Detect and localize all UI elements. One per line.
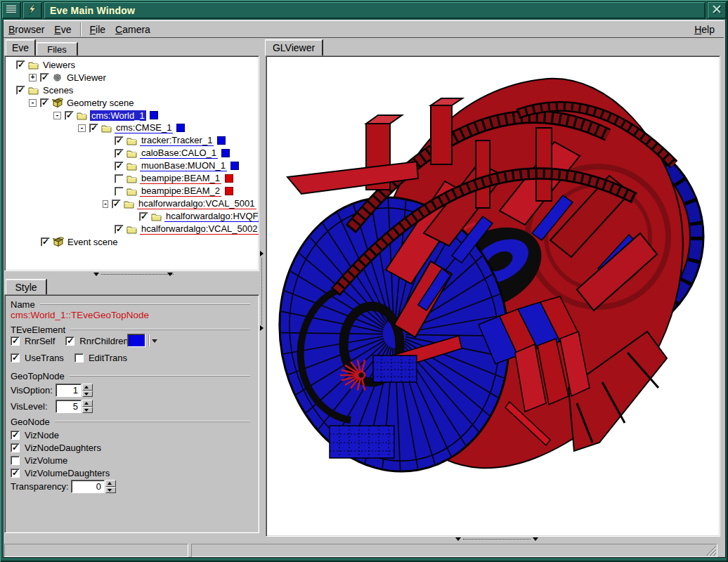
expander-minus[interactable]: - [103, 200, 108, 208]
titlebar-strip[interactable]: Eve Main Window [44, 1, 706, 19]
color-swatch[interactable] [225, 174, 233, 183]
checkbox[interactable] [11, 443, 20, 452]
color-swatch[interactable] [176, 124, 185, 132]
checkbox[interactable] [16, 86, 25, 95]
color-swatch[interactable] [221, 149, 230, 157]
menu-eve[interactable]: Eve [49, 22, 76, 37]
resize-grip[interactable] [704, 545, 717, 556]
tree-item-label[interactable]: tracker:Tracker_1 [140, 135, 214, 146]
menu-camera[interactable]: Camera [110, 22, 155, 37]
vislevel-row: VisLevel: 5 [11, 400, 93, 413]
tree-item-label[interactable]: beampipe:BEAM_1 [140, 173, 221, 184]
spin-up-icon[interactable] [105, 480, 116, 487]
checkbox[interactable] [41, 237, 50, 247]
spin-down-icon[interactable] [105, 487, 116, 494]
tree-item-label[interactable]: hcalforwardalgo:VCAL_5002 [140, 223, 259, 235]
expander-minus[interactable]: - [29, 99, 37, 107]
tree-item-calobase-calo-1[interactable]: caloBase:CALO_1 [5, 147, 259, 159]
tree-item-beampipe-beam-2[interactable]: beampipe:BEAM_2 [5, 185, 259, 197]
checkbox[interactable] [65, 111, 74, 120]
menu-browser[interactable]: Browser [4, 22, 49, 37]
menu-file[interactable]: File [85, 22, 111, 37]
menu-help[interactable]: Help [689, 22, 720, 37]
tree-item-label[interactable]: caloBase:CALO_1 [140, 148, 218, 159]
tree-item-label[interactable]: Viewers [41, 60, 77, 70]
checkbox[interactable] [11, 353, 20, 362]
color-swatch[interactable] [230, 162, 239, 170]
tree-item-label[interactable]: beampipe:BEAM_2 [140, 185, 221, 197]
main-color-swatch[interactable] [127, 334, 145, 347]
tree-item-label[interactable]: Scenes [41, 85, 74, 96]
checkbox[interactable] [16, 60, 25, 70]
tree-item-label[interactable]: Geometry scene [65, 98, 135, 108]
checkbox[interactable] [11, 431, 20, 440]
close-button[interactable] [707, 1, 727, 19]
window-menu-button[interactable] [1, 1, 21, 19]
tree-item-label[interactable]: Event scene [66, 237, 119, 247]
visoption-stepper [82, 384, 93, 397]
scene-icon [52, 98, 63, 107]
checkbox[interactable] [40, 73, 49, 82]
tree-item-scenes[interactable]: Scenes [5, 84, 259, 96]
checkbox[interactable] [89, 124, 98, 133]
tree-item-hcalforwardalgo-vcal-5002[interactable]: hcalforwardalgo:VCAL_5002 [5, 223, 259, 235]
checkbox[interactable] [115, 149, 124, 158]
tree-item-viewers[interactable]: Viewers [5, 58, 259, 71]
color-swatch[interactable] [150, 111, 158, 119]
tree-item-label[interactable]: GLViewer [65, 72, 108, 83]
checkbox[interactable] [65, 336, 74, 346]
tree-splitter[interactable] [4, 270, 258, 278]
checkbox[interactable] [11, 456, 20, 465]
checkbox[interactable] [11, 469, 20, 478]
tab-eve[interactable]: Eve [6, 39, 36, 55]
tree-item-label[interactable]: cms:World_1 [90, 110, 146, 121]
color-dropdown-arrow-icon[interactable] [152, 339, 157, 343]
panel-splitter[interactable] [259, 40, 266, 540]
vislevel-input[interactable]: 5 [56, 400, 82, 413]
transparency-input[interactable]: 0 [71, 480, 105, 493]
expander-plus[interactable]: + [29, 74, 37, 81]
color-swatch[interactable] [217, 136, 226, 145]
detector-render[interactable] [268, 58, 718, 534]
spin-up-icon[interactable] [82, 384, 93, 391]
checkbox[interactable] [115, 162, 124, 171]
spin-down-icon[interactable] [82, 407, 93, 414]
color-swatch[interactable] [225, 187, 233, 195]
tree-item-geometry-scene[interactable]: -Geometry scene [5, 96, 259, 109]
color-picker-separator [148, 334, 150, 346]
tree-item-glviewer[interactable]: +GLViewer [5, 71, 259, 84]
tree-item-hcalforwardalgo-hvqf-1[interactable]: hcalforwardalgo:HVQF_1 [5, 210, 259, 223]
tab-style[interactable]: Style [6, 279, 47, 295]
tree-item-label[interactable]: hcalforwardalgo:VCAL_5001 [137, 198, 256, 209]
checkbox[interactable] [11, 336, 20, 346]
checkbox[interactable] [74, 353, 84, 362]
checkbox[interactable] [40, 98, 49, 107]
checkbox[interactable] [115, 136, 124, 145]
spin-up-icon[interactable] [82, 400, 93, 407]
tree-item-label[interactable]: muonBase:MUON_1 [140, 160, 227, 171]
viewer-splitter[interactable] [267, 536, 717, 543]
tree-item-event-scene[interactable]: Event scene [5, 235, 259, 248]
tree-item-cms-world-1[interactable]: -cms:World_1 [5, 109, 259, 122]
tab-glviewer[interactable]: GLViewer [265, 39, 323, 55]
spin-down-icon[interactable] [82, 391, 93, 398]
folder-icon [126, 136, 138, 145]
checkbox[interactable] [139, 212, 148, 221]
expander-minus[interactable]: - [78, 124, 86, 132]
tree-item-label[interactable]: cms:CMSE_1 [115, 122, 173, 133]
app-icon-button[interactable] [22, 1, 42, 19]
tree-item-tracker-tracker-1[interactable]: tracker:Tracker_1 [5, 134, 259, 147]
tree-item-cms-cmse-1[interactable]: -cms:CMSE_1 [5, 122, 259, 134]
tree-item-beampipe-beam-1[interactable]: beampipe:BEAM_1 [5, 172, 259, 185]
checkbox[interactable] [115, 225, 124, 234]
checkbox[interactable] [112, 200, 121, 209]
checkbox[interactable] [115, 187, 124, 196]
tree-item-label[interactable]: hcalforwardalgo:HVQF_1 [164, 211, 259, 222]
tab-files[interactable]: Files [37, 42, 78, 55]
tree-item-hcalforwardalgo-vcal-5001[interactable]: -hcalforwardalgo:VCAL_5001 [5, 197, 259, 210]
folder-icon [126, 224, 138, 234]
visoption-input[interactable]: 1 [56, 384, 82, 397]
checkbox[interactable] [115, 174, 124, 183]
tree-item-muonbase-muon-1[interactable]: muonBase:MUON_1 [5, 159, 259, 172]
expander-minus[interactable]: - [53, 112, 61, 119]
